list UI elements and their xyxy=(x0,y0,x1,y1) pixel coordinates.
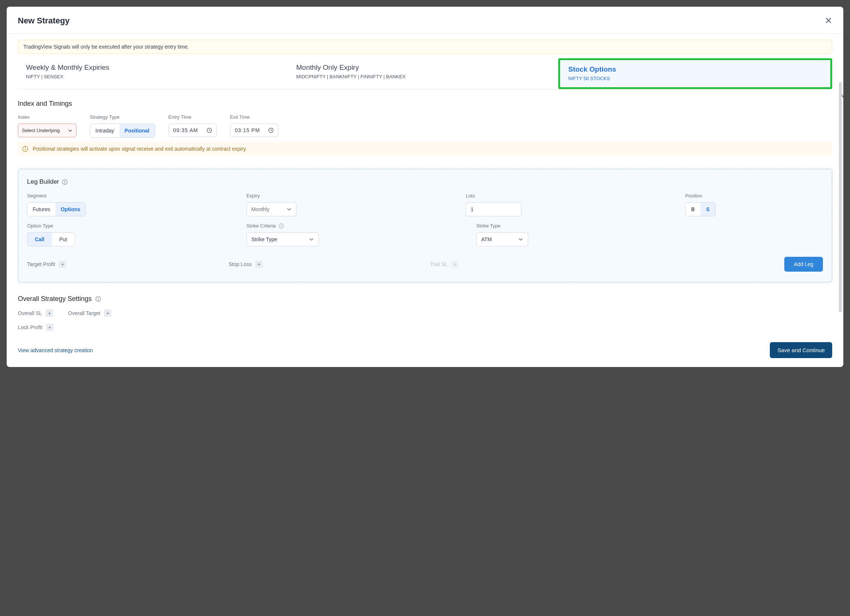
close-button[interactable] xyxy=(825,16,832,26)
modal-body: ive TradingView Signals will only be exe… xyxy=(7,34,843,367)
leg-action-row: Target Profit + Stop Loss + Trail SL + A… xyxy=(27,257,823,272)
svg-point-12 xyxy=(98,298,99,298)
field-label: Strike Type xyxy=(476,223,688,229)
field-label: Segment xyxy=(27,193,239,199)
entry-time-field: Entry Time 09:35 AM xyxy=(169,114,217,138)
overall-target-chip[interactable]: Overall Target + xyxy=(68,309,111,317)
modal-header: New Strategy xyxy=(7,7,843,34)
futures-button[interactable]: Futures xyxy=(27,203,55,216)
field-label: Exit Time xyxy=(230,114,278,120)
expiry-select[interactable]: Monthly xyxy=(247,202,296,216)
lots-input[interactable] xyxy=(466,202,522,216)
exit-time-field: Exit Time 03:15 PM xyxy=(230,114,278,138)
lock-profit-chip[interactable]: Lock Profit + xyxy=(18,324,54,331)
overall-row-1: Overall SL + Overall Target + xyxy=(18,309,832,317)
svg-rect-4 xyxy=(25,148,25,150)
save-continue-button[interactable]: Save and Continue xyxy=(770,342,832,358)
tab-weekly-monthly[interactable]: Weekly & Monthly Expiries NIFTY | SENSEX xyxy=(18,58,288,89)
positional-button[interactable]: Positional xyxy=(120,124,155,137)
plus-icon: + xyxy=(46,309,53,317)
field-label: Option Type xyxy=(27,223,239,229)
leg-builder-header: Leg Builder xyxy=(27,178,823,185)
strike-criteria-select[interactable]: Strike Type xyxy=(247,232,319,247)
lots-field: Lots xyxy=(466,193,678,216)
svg-rect-7 xyxy=(64,181,65,183)
index-field: Index Select Underlying xyxy=(18,114,76,138)
tab-title: Monthly Only Expiry xyxy=(296,63,550,72)
tab-stock-options[interactable]: Stock Options NIFTY 50 STOCKS xyxy=(558,58,832,89)
leg-row-1: Segment Futures Options Expiry Monthly L… xyxy=(27,193,823,216)
segment-field: Segment Futures Options xyxy=(27,193,239,216)
add-leg-button[interactable]: Add Leg xyxy=(784,257,823,272)
plus-icon: + xyxy=(58,260,66,268)
field-label: Strike Criteria xyxy=(247,223,276,229)
svg-rect-13 xyxy=(98,299,98,301)
chevron-down-icon xyxy=(518,237,523,242)
field-label: Lots xyxy=(466,193,678,199)
index-timings-row: Index Select Underlying Strategy Type In… xyxy=(18,114,832,138)
svg-rect-10 xyxy=(281,226,281,227)
time-value: 09:35 AM xyxy=(174,127,198,133)
chip-label: Lock Profit xyxy=(18,324,42,330)
positional-warning: Positional strategies will activate upon… xyxy=(18,142,832,155)
plus-icon: + xyxy=(451,260,459,268)
strategy-type-field: Strategy Type Intraday Positional xyxy=(90,114,155,138)
position-sell-button[interactable]: S xyxy=(700,203,715,216)
chevron-down-icon xyxy=(309,237,314,242)
call-button[interactable]: Call xyxy=(27,233,52,246)
expiry-tabs: Weekly & Monthly Expiries NIFTY | SENSEX… xyxy=(18,58,832,90)
leg-builder-panel: Leg Builder Segment Futures Options Expi… xyxy=(18,169,832,283)
select-value: Strike Type xyxy=(251,236,277,242)
svg-point-3 xyxy=(25,147,25,148)
put-button[interactable]: Put xyxy=(52,233,75,246)
strike-type-field: Strike Type ATM xyxy=(476,223,688,247)
info-icon[interactable] xyxy=(96,296,101,302)
intraday-button[interactable]: Intraday xyxy=(90,124,120,137)
plus-icon: + xyxy=(104,309,111,317)
leg-row-2: Option Type Call Put Strike Criteria Str… xyxy=(27,223,823,247)
tab-monthly-only[interactable]: Monthly Only Expiry MIDCPNIFTY | BANKNIF… xyxy=(288,58,558,89)
info-banner: TradingView Signals will only be execute… xyxy=(18,40,832,54)
position-field: Position B S xyxy=(685,193,823,216)
select-value: Monthly xyxy=(251,206,269,212)
plus-icon: + xyxy=(46,324,54,331)
tab-title: Weekly & Monthly Expiries xyxy=(26,63,280,72)
info-icon[interactable] xyxy=(62,179,67,185)
select-underlying-dropdown[interactable]: Select Underlying xyxy=(18,124,76,137)
advanced-link[interactable]: View advanced strategy creation xyxy=(18,347,93,353)
index-timings-heading: Index and Timings xyxy=(18,100,832,108)
tab-title: Stock Options xyxy=(568,65,822,73)
overall-sl-chip[interactable]: Overall SL + xyxy=(18,309,53,317)
scrollbar[interactable] xyxy=(839,82,842,312)
leg-builder-title: Leg Builder xyxy=(27,178,59,185)
field-label: Index xyxy=(18,114,76,120)
field-label: Entry Time xyxy=(169,114,217,120)
info-icon xyxy=(22,146,28,152)
entry-time-input[interactable]: 09:35 AM xyxy=(169,124,217,137)
overall-settings-header: Overall Strategy Settings xyxy=(18,295,832,303)
tab-subtitle: NIFTY | SENSEX xyxy=(26,74,280,79)
chevron-down-icon xyxy=(287,207,292,212)
time-value: 03:15 PM xyxy=(235,127,260,133)
info-icon[interactable] xyxy=(279,223,284,229)
stop-loss-chip[interactable]: Stop Loss + xyxy=(229,260,423,268)
field-label: Strategy Type xyxy=(90,114,155,120)
svg-point-6 xyxy=(64,180,65,181)
target-profit-chip[interactable]: Target Profit + xyxy=(27,260,221,268)
position-toggle: B S xyxy=(685,202,715,216)
strike-criteria-field: Strike Criteria Strike Type xyxy=(247,223,469,247)
position-buy-button[interactable]: B xyxy=(685,203,700,216)
select-value: ATM xyxy=(481,236,492,242)
exit-time-input[interactable]: 03:15 PM xyxy=(230,124,278,137)
clock-icon xyxy=(268,128,274,133)
dropdown-placeholder: Select Underlying xyxy=(22,128,60,133)
segment-toggle: Futures Options xyxy=(27,202,86,216)
options-button[interactable]: Options xyxy=(55,203,85,216)
close-icon xyxy=(825,17,832,24)
option-type-toggle: Call Put xyxy=(27,232,75,247)
strike-type-select[interactable]: ATM xyxy=(476,232,528,247)
field-label: Position xyxy=(685,193,823,199)
chip-label: Target Profit xyxy=(27,261,55,267)
tab-subtitle: MIDCPNIFTY | BANKNIFTY | FINNIFTY | BANK… xyxy=(296,74,550,79)
chip-label: Overall SL xyxy=(18,310,42,316)
